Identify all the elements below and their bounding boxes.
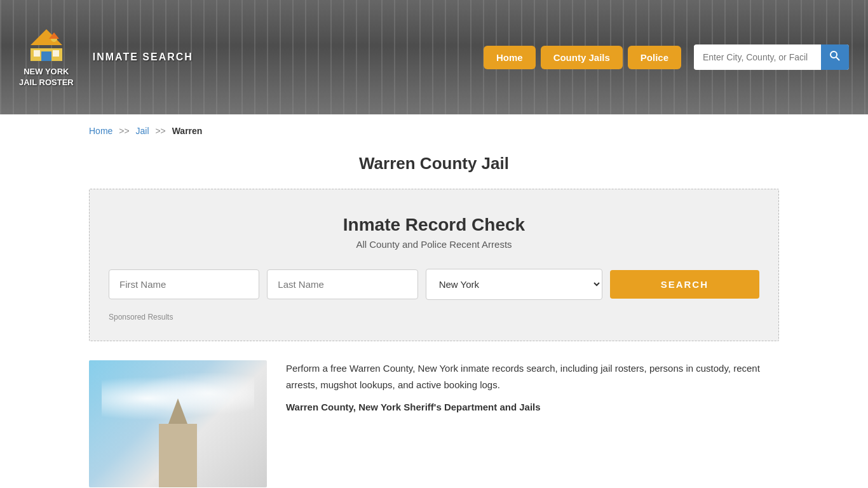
header-search-button[interactable] bbox=[821, 44, 849, 70]
logo-text: NEW YORK JAIL ROSTER bbox=[19, 67, 74, 88]
state-select[interactable]: New YorkAlabamaAlaskaArizonaArkansasCali… bbox=[426, 269, 602, 300]
breadcrumb-sep1: >> bbox=[119, 126, 129, 136]
main-nav: Home County Jails Police bbox=[484, 46, 681, 69]
breadcrumb-current: Warren bbox=[172, 126, 203, 136]
search-section-title: Inmate Record Check bbox=[109, 215, 759, 235]
nav-home[interactable]: Home bbox=[484, 46, 536, 69]
breadcrumb-home[interactable]: Home bbox=[89, 126, 112, 136]
first-name-input[interactable] bbox=[109, 269, 259, 299]
svg-line-8 bbox=[836, 57, 839, 60]
page-title: Warren County Jail bbox=[0, 154, 868, 173]
breadcrumb: Home >> Jail >> Warren bbox=[0, 114, 868, 147]
header-content: NEW YORK JAIL ROSTER INMATE SEARCH Home … bbox=[0, 26, 868, 88]
breadcrumb-jail[interactable]: Jail bbox=[136, 126, 149, 136]
content-description: Perform a free Warren County, New York i… bbox=[286, 360, 779, 393]
logo-icon bbox=[27, 26, 65, 64]
nav-county-jails[interactable]: County Jails bbox=[541, 46, 623, 69]
header-search bbox=[694, 44, 849, 70]
svg-rect-3 bbox=[34, 50, 40, 57]
logo-area[interactable]: NEW YORK JAIL ROSTER bbox=[19, 26, 74, 88]
search-section-subtitle: All County and Police Recent Arrests bbox=[109, 239, 759, 250]
svg-point-7 bbox=[831, 51, 837, 58]
svg-rect-4 bbox=[53, 50, 59, 57]
search-submit-button[interactable]: SEARCH bbox=[610, 270, 759, 299]
site-header: NEW YORK JAIL ROSTER INMATE SEARCH Home … bbox=[0, 0, 868, 114]
sponsored-label: Sponsored Results bbox=[109, 313, 759, 322]
header-search-input[interactable] bbox=[694, 46, 821, 69]
content-text: Perform a free Warren County, New York i… bbox=[286, 360, 779, 416]
inmate-search-label: INMATE SEARCH bbox=[93, 51, 193, 63]
last-name-input[interactable] bbox=[267, 269, 417, 299]
building-image bbox=[159, 424, 197, 487]
inmate-search-section: Inmate Record Check All County and Polic… bbox=[89, 189, 779, 341]
content-area: Perform a free Warren County, New York i… bbox=[89, 360, 779, 487]
breadcrumb-sep2: >> bbox=[155, 126, 165, 136]
svg-rect-2 bbox=[41, 51, 51, 61]
content-subheading: Warren County, New York Sheriff's Depart… bbox=[286, 399, 779, 416]
steeple-icon bbox=[168, 398, 187, 424]
search-icon bbox=[830, 51, 840, 61]
content-image bbox=[89, 360, 267, 487]
nav-police[interactable]: Police bbox=[628, 46, 681, 69]
search-fields: New YorkAlabamaAlaskaArizonaArkansasCali… bbox=[109, 269, 759, 300]
